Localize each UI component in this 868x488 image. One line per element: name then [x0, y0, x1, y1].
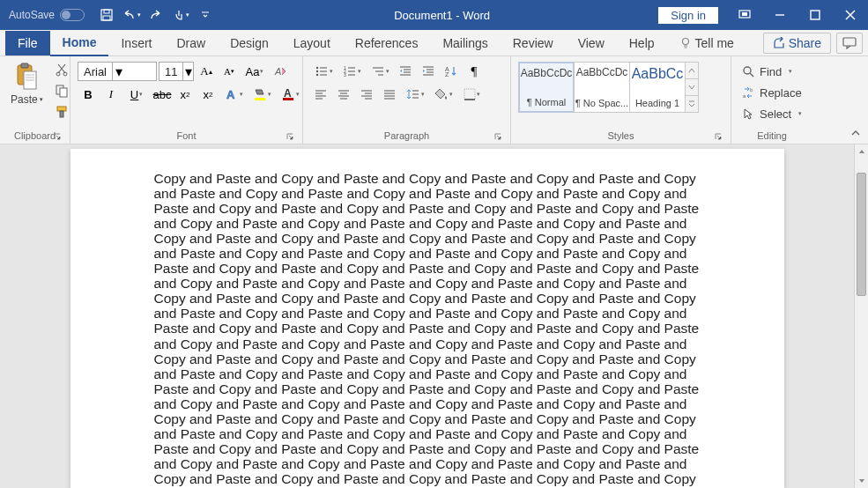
svg-text:Z: Z — [445, 71, 449, 78]
document-title: Document1 - Word — [226, 9, 658, 22]
styles-group-label: Styles — [608, 130, 634, 141]
signin-button[interactable]: Sign in — [658, 7, 718, 24]
copy-button[interactable] — [52, 81, 71, 100]
svg-point-32 — [315, 70, 317, 72]
cut-button[interactable] — [52, 60, 71, 79]
tab-insert[interactable]: Insert — [108, 30, 164, 56]
maximize-button[interactable] — [798, 0, 833, 30]
document-body-text[interactable]: Copy and Paste and Copy and Paste and Co… — [154, 171, 701, 488]
ribbon-display-button[interactable] — [727, 0, 762, 30]
undo-button[interactable]: ▾ — [120, 3, 143, 27]
font-dialog-launcher[interactable] — [285, 131, 295, 142]
decrease-indent-button[interactable] — [395, 62, 416, 81]
ribbon-tabs: File Home Insert Draw Design Layout Refe… — [0, 30, 868, 56]
collapse-ribbon-button[interactable] — [849, 126, 863, 140]
share-button[interactable]: Share — [763, 33, 831, 54]
multilevel-list-button[interactable]: ▾ — [367, 62, 393, 81]
bold-button[interactable]: B — [78, 85, 99, 104]
show-marks-button[interactable]: ¶ — [464, 62, 485, 81]
svg-rect-22 — [60, 88, 67, 97]
tab-view[interactable]: View — [566, 30, 617, 56]
clipboard-dialog-launcher[interactable] — [52, 131, 63, 142]
tab-layout[interactable]: Layout — [281, 30, 343, 56]
svg-rect-14 — [21, 63, 28, 68]
borders-button[interactable]: ▾ — [458, 85, 485, 104]
styles-expand[interactable] — [685, 96, 698, 112]
tab-review[interactable]: Review — [501, 30, 566, 56]
svg-text:a: a — [743, 93, 746, 99]
scroll-track[interactable] — [855, 159, 868, 474]
clear-formatting-button[interactable]: A — [270, 62, 291, 81]
styles-scroll-up[interactable] — [685, 63, 698, 79]
tab-mailings[interactable]: Mailings — [430, 30, 500, 56]
document-page[interactable]: Copy and Paste and Copy and Paste and Co… — [70, 149, 784, 488]
qat-customize-button[interactable] — [194, 3, 217, 27]
shading-button[interactable]: ▾ — [430, 85, 456, 104]
font-name-combo[interactable]: Arial▾ — [78, 62, 157, 81]
style-heading1[interactable]: AaBbCc Heading 1 — [629, 62, 686, 113]
numbering-button[interactable]: 123▾ — [338, 62, 365, 81]
redo-button[interactable] — [145, 3, 167, 27]
increase-indent-button[interactable] — [418, 62, 439, 81]
tab-file[interactable]: File — [5, 31, 50, 55]
grow-font-button[interactable]: A▴ — [196, 62, 217, 81]
paste-button[interactable]: Paste▾ — [7, 60, 47, 107]
svg-rect-4 — [742, 12, 747, 16]
scroll-thumb[interactable] — [857, 173, 866, 296]
toggle-off-icon — [60, 9, 85, 21]
paragraph-dialog-launcher[interactable] — [493, 131, 503, 142]
close-button[interactable] — [833, 0, 868, 30]
tab-draw[interactable]: Draw — [164, 30, 218, 56]
highlight-button[interactable]: ▾ — [249, 85, 275, 104]
style-preview: AaBbCcDc — [576, 66, 628, 78]
scroll-down-button[interactable] — [855, 474, 868, 488]
tab-tellme[interactable]: Tell me — [667, 30, 746, 56]
tab-references[interactable]: References — [343, 30, 431, 56]
comments-button[interactable] — [836, 33, 863, 54]
clipboard-icon — [14, 62, 39, 92]
strikethrough-button[interactable]: abc — [152, 85, 173, 104]
styles-dialog-launcher[interactable] — [713, 131, 723, 142]
sort-button[interactable]: AZ — [441, 62, 462, 81]
subscript-button[interactable]: x2 — [174, 85, 196, 104]
replace-icon: ba — [742, 86, 754, 99]
underline-button[interactable]: U▾ — [123, 85, 150, 104]
minimize-button[interactable] — [762, 0, 798, 30]
align-center-button[interactable] — [333, 85, 354, 104]
shrink-font-button[interactable]: A▾ — [219, 62, 240, 81]
align-right-button[interactable] — [356, 85, 377, 104]
align-left-button[interactable] — [310, 85, 331, 104]
save-button[interactable] — [95, 3, 118, 27]
style-no-spacing[interactable]: AaBbCcDc ¶ No Spac... — [574, 62, 630, 113]
font-color-button[interactable]: A▾ — [277, 85, 303, 104]
superscript-button[interactable]: x2 — [197, 85, 219, 104]
change-case-button[interactable]: Aa▾ — [241, 62, 268, 81]
format-painter-button[interactable] — [52, 102, 71, 122]
italic-button[interactable]: I — [100, 85, 122, 104]
styles-gallery-scroll — [685, 62, 699, 113]
tab-home[interactable]: Home — [50, 30, 109, 56]
tab-help[interactable]: Help — [617, 30, 667, 56]
tab-design[interactable]: Design — [218, 30, 281, 56]
replace-button[interactable]: ba Replace — [738, 83, 805, 102]
font-group-label: Font — [176, 130, 196, 141]
group-styles: AaBbCcDc ¶ Normal AaBbCcDc ¶ No Spac... … — [511, 56, 731, 144]
styles-scroll-down[interactable] — [685, 79, 698, 96]
style-normal[interactable]: AaBbCcDc ¶ Normal — [518, 62, 575, 113]
autosave-toggle[interactable]: AutoSave — [9, 9, 85, 21]
find-button[interactable]: Find▾ — [738, 62, 796, 81]
svg-rect-1 — [104, 10, 109, 13]
lightbulb-icon — [679, 37, 692, 49]
group-font: Arial▾ 11▾ A▴ A▾ Aa▾ A B I U▾ abc x2 x2 … — [70, 56, 303, 144]
touch-mode-button[interactable]: ▾ — [169, 3, 192, 27]
text-effects-button[interactable]: A▾ — [220, 85, 247, 104]
svg-line-78 — [750, 73, 753, 77]
scroll-up-button[interactable] — [855, 144, 868, 159]
font-size-combo[interactable]: 11▾ — [159, 62, 194, 81]
justify-button[interactable] — [379, 85, 400, 104]
line-spacing-button[interactable]: ▾ — [402, 85, 428, 104]
document-area: Copy and Paste and Copy and Paste and Co… — [0, 144, 868, 488]
select-button[interactable]: Select▾ — [738, 104, 805, 123]
group-clipboard: Paste▾ Clipboard — [0, 56, 70, 144]
bullets-button[interactable]: ▾ — [310, 62, 337, 81]
